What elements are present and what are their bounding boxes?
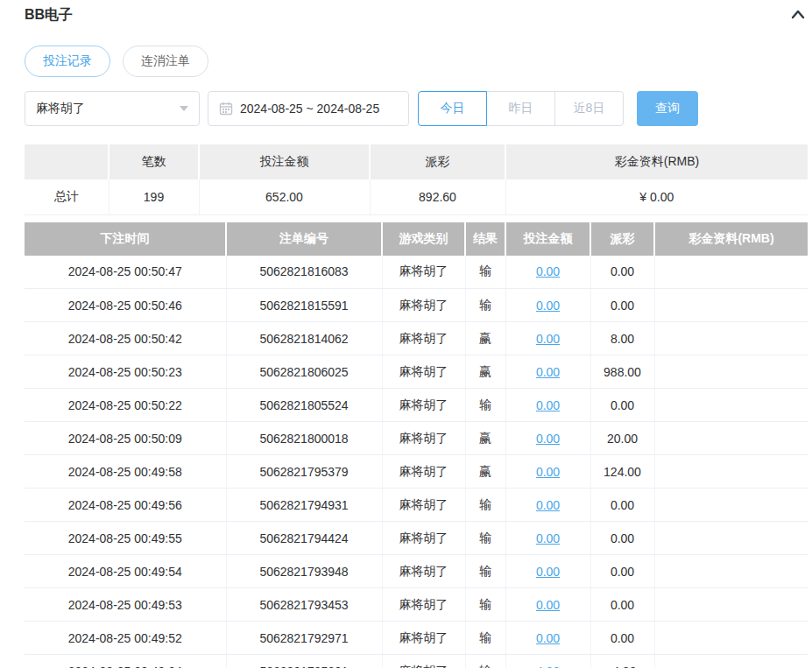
filter-bar: 麻将胡了 2024-08-25 ~ 2024-08-25 今日 昨日 近8日 查… bbox=[25, 91, 808, 126]
cell-jackpot bbox=[654, 489, 808, 522]
cell-result: 输 bbox=[465, 489, 505, 522]
header-jackpot: 彩金资料(RMB) bbox=[654, 222, 808, 256]
cell-bet-time: 2024-08-25 00:49:34 bbox=[25, 655, 226, 668]
cell-bet-amount: 0.00 bbox=[505, 588, 590, 622]
cell-order-number: 5062821785301 bbox=[226, 655, 382, 668]
quick-date-button-group: 今日 昨日 近8日 bbox=[418, 91, 624, 126]
table-row: 2024-08-25 00:50:225062821805524麻将胡了输0.0… bbox=[25, 389, 808, 422]
cell-game-type: 麻将胡了 bbox=[382, 256, 465, 289]
cell-result: 输 bbox=[465, 555, 505, 588]
bet-amount-link[interactable]: 0.00 bbox=[536, 598, 560, 612]
cell-jackpot bbox=[654, 655, 808, 668]
bet-amount-link[interactable]: 0.00 bbox=[536, 264, 560, 278]
records-header-row: 下注时间 注单编号 游戏类别 结果 投注金额 派彩 彩金资料(RMB) bbox=[25, 222, 808, 256]
cell-order-number: 5062821794424 bbox=[226, 522, 382, 555]
today-button[interactable]: 今日 bbox=[418, 91, 487, 126]
header-bet-amount: 投注金额 bbox=[505, 222, 590, 256]
header-order-number: 注单编号 bbox=[226, 222, 382, 256]
cell-result: 输 bbox=[465, 289, 505, 322]
yesterday-button[interactable]: 昨日 bbox=[486, 91, 555, 126]
cell-result: 输 bbox=[465, 256, 505, 289]
cell-order-number: 5062821814062 bbox=[226, 322, 382, 355]
bet-amount-link[interactable]: 0.00 bbox=[536, 465, 560, 479]
table-row: 2024-08-25 00:50:095062821800018麻将胡了赢0.0… bbox=[25, 422, 808, 455]
cell-game-type: 麻将胡了 bbox=[382, 489, 465, 522]
cell-result: 赢 bbox=[465, 422, 505, 455]
record-type-tabs: 投注记录 连消注单 bbox=[25, 46, 808, 77]
bet-amount-link[interactable]: 0.00 bbox=[536, 531, 560, 545]
cell-bet-time: 2024-08-25 00:50:22 bbox=[25, 389, 226, 422]
cell-jackpot bbox=[654, 355, 808, 389]
cell-result: 赢 bbox=[465, 455, 505, 489]
summary-table: 笔数 投注金额 派彩 彩金资料(RMB) 总计 199 652.00 892.6… bbox=[25, 144, 808, 215]
cell-order-number: 5062821805524 bbox=[226, 389, 382, 422]
cell-jackpot bbox=[654, 256, 808, 289]
bet-amount-link[interactable]: 0.00 bbox=[536, 631, 560, 645]
cell-payout: 0.00 bbox=[590, 489, 654, 522]
cell-bet-time: 2024-08-25 00:49:54 bbox=[25, 555, 226, 588]
summary-header-blank bbox=[25, 144, 109, 179]
cell-payout: 20.00 bbox=[590, 422, 654, 455]
cell-payout: -4.00 bbox=[590, 655, 654, 668]
bet-amount-link[interactable]: 0.00 bbox=[536, 398, 560, 412]
cell-jackpot bbox=[654, 622, 808, 655]
cell-payout: 124.00 bbox=[590, 455, 654, 489]
last-8-days-button[interactable]: 近8日 bbox=[554, 91, 624, 126]
cell-order-number: 5062821792971 bbox=[226, 622, 382, 655]
cell-game-type: 麻将胡了 bbox=[382, 555, 465, 588]
cell-jackpot bbox=[654, 289, 808, 322]
cell-bet-time: 2024-08-25 00:50:46 bbox=[25, 289, 226, 322]
cell-bet-amount: 0.00 bbox=[505, 355, 590, 389]
header-bet-time: 下注时间 bbox=[25, 222, 226, 256]
bet-amount-link[interactable]: 0.00 bbox=[536, 332, 560, 346]
cell-payout: 0.00 bbox=[590, 622, 654, 655]
cell-bet-amount: 0.00 bbox=[505, 555, 590, 588]
cell-jackpot bbox=[654, 455, 808, 489]
table-row: 2024-08-25 00:49:545062821793948麻将胡了输0.0… bbox=[25, 555, 808, 588]
cell-payout: 0.00 bbox=[590, 389, 654, 422]
date-range-input[interactable]: 2024-08-25 ~ 2024-08-25 bbox=[208, 91, 409, 126]
cell-order-number: 5062821815591 bbox=[226, 289, 382, 322]
table-row: 2024-08-25 00:50:475062821816083麻将胡了输0.0… bbox=[25, 256, 808, 289]
bet-amount-link[interactable]: 0.00 bbox=[536, 498, 560, 512]
cell-bet-amount: 0.00 bbox=[505, 622, 590, 655]
cell-game-type: 麻将胡了 bbox=[382, 522, 465, 555]
cell-result: 输 bbox=[465, 522, 505, 555]
cell-order-number: 5062821793948 bbox=[226, 555, 382, 588]
cell-jackpot bbox=[654, 389, 808, 422]
cell-game-type: 麻将胡了 bbox=[382, 355, 465, 389]
game-select[interactable]: 麻将胡了 bbox=[25, 91, 200, 126]
cell-payout: 0.00 bbox=[590, 256, 654, 289]
cell-bet-amount: 0.00 bbox=[505, 322, 590, 355]
tab-betting-records[interactable]: 投注记录 bbox=[25, 46, 110, 77]
summary-header-count: 笔数 bbox=[109, 144, 199, 179]
table-row: 2024-08-25 00:49:345062821785301麻将胡了输4.0… bbox=[25, 655, 808, 668]
bet-amount-link[interactable]: 0.00 bbox=[536, 432, 560, 446]
cell-game-type: 麻将胡了 bbox=[382, 655, 465, 668]
summary-total-jackpot: ¥ 0.00 bbox=[505, 179, 808, 214]
table-row: 2024-08-25 00:49:565062821794931麻将胡了输0.0… bbox=[25, 489, 808, 522]
table-row: 2024-08-25 00:50:465062821815591麻将胡了输0.0… bbox=[25, 289, 808, 322]
caret-down-icon bbox=[180, 106, 188, 111]
cell-order-number: 5062821816083 bbox=[226, 256, 382, 289]
cell-bet-time: 2024-08-25 00:50:09 bbox=[25, 422, 226, 455]
bet-amount-link[interactable]: 0.00 bbox=[536, 365, 560, 379]
query-button[interactable]: 查询 bbox=[637, 91, 698, 126]
cell-game-type: 麻将胡了 bbox=[382, 622, 465, 655]
header-game-type: 游戏类别 bbox=[382, 222, 465, 256]
tab-cancelled-orders[interactable]: 连消注单 bbox=[123, 46, 208, 77]
cell-order-number: 5062821795379 bbox=[226, 455, 382, 489]
bet-amount-link[interactable]: 0.00 bbox=[536, 565, 560, 579]
collapse-panel-button[interactable] bbox=[788, 5, 808, 25]
cell-bet-time: 2024-08-25 00:49:52 bbox=[25, 622, 226, 655]
bet-amount-link[interactable]: 4.00 bbox=[536, 664, 560, 668]
cell-payout: 0.00 bbox=[590, 289, 654, 322]
table-row: 2024-08-25 00:50:235062821806025麻将胡了赢0.0… bbox=[25, 355, 808, 389]
date-range-value: 2024-08-25 ~ 2024-08-25 bbox=[240, 102, 379, 116]
cell-payout: 988.00 bbox=[590, 355, 654, 389]
summary-total-count: 199 bbox=[109, 179, 199, 214]
summary-total-row: 总计 199 652.00 892.60 ¥ 0.00 bbox=[25, 179, 808, 214]
bet-amount-link[interactable]: 0.00 bbox=[536, 299, 560, 313]
cell-order-number: 5062821793453 bbox=[226, 588, 382, 622]
cell-order-number: 5062821794931 bbox=[226, 489, 382, 522]
